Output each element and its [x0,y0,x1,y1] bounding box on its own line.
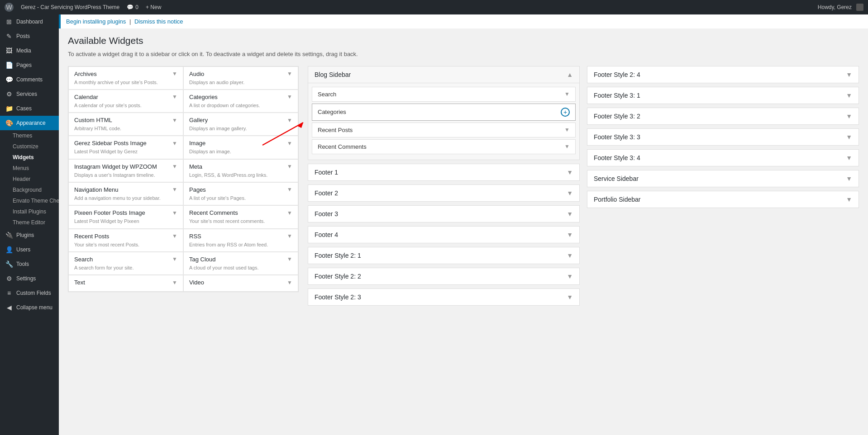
sidebar-item-tools[interactable]: 🔧 Tools [0,257,59,271]
widget-tag-cloud[interactable]: Tag Cloud ▼ A cloud of your most used ta… [183,252,298,275]
footer4-header[interactable]: Footer 4 ▼ [308,227,579,243]
notice-bar: Begin installing plugins | Dismiss this … [59,14,868,28]
submenu-theme-editor[interactable]: Theme Editor [0,217,59,228]
chevron-down-icon: ▼ [846,133,852,141]
new-content-button[interactable]: + New [146,4,161,10]
footer-style-3-2-header[interactable]: Footer Style 3: 2 ▼ [587,108,858,124]
widget-gerez-sidebar[interactable]: Gerez Sidebar Posts Image ▼ Latest Post … [68,136,183,159]
widget-rss[interactable]: RSS ▼ Entries from any RSS or Atom feed. [183,229,298,252]
blog-sidebar-column: Blog Sidebar ▲ Search ▼ Categor [308,66,580,306]
widget-search[interactable]: Search ▼ A search form for your site. [68,252,183,275]
plugins-icon: 🔌 [5,232,13,239]
chevron-down-icon: ▼ [846,113,852,120]
begin-installing-link[interactable]: Begin installing plugins [66,18,126,25]
blog-sidebar-widget-categories[interactable]: Categories + [312,104,576,121]
widget-pixeen-footer[interactable]: Pixeen Footer Posts Image ▼ Latest Post … [68,205,183,228]
categories-expand-button[interactable]: + [561,108,570,117]
widget-audio[interactable]: Audio ▼ Displays an audio player. [183,66,298,90]
submenu-header[interactable]: Header [0,174,59,184]
sidebar-item-label: Services [16,91,37,97]
settings-icon: ⚙ [5,275,13,282]
chevron-down-icon: ▼ [846,175,852,182]
footer3-header[interactable]: Footer 3 ▼ [308,206,579,222]
widget-meta[interactable]: Meta ▼ Login, RSS, & WordPress.org links… [183,159,298,182]
footer-style-2-4-header[interactable]: Footer Style 2: 4 ▼ [587,66,858,83]
sidebar-areas: Blog Sidebar ▲ Search ▼ Categor [308,66,859,306]
chevron-down-icon: ▼ [567,252,573,259]
comments-button[interactable]: 💬 0 [127,4,138,10]
widget-instagram[interactable]: Instagram Widget by WPZOOM ▼ Displays a … [68,159,183,182]
submenu-themes[interactable]: Themes [0,130,59,141]
sidebar-item-plugins[interactable]: 🔌 Plugins [0,228,59,242]
widget-categories[interactable]: Categories ▼ A list or dropdown of categ… [183,90,298,113]
footer3-area: Footer 3 ▼ [308,205,580,222]
chevron-down-icon: ▼ [172,140,177,147]
submenu-customize[interactable]: Customize [0,141,59,152]
sidebar-item-cases[interactable]: 📁 Cases [0,101,59,116]
widget-calendar[interactable]: Calendar ▼ A calendar of your site's pos… [68,90,183,113]
footer2-header[interactable]: Footer 2 ▼ [308,185,579,201]
service-sidebar-area: Service Sidebar ▼ [587,170,859,187]
submenu-menus[interactable]: Menus [0,163,59,174]
widget-custom-html[interactable]: Custom HTML ▼ Arbitrary HTML code. [68,113,183,136]
sidebar-item-services[interactable]: ⚙ Services [0,87,59,101]
widget-recent-comments[interactable]: Recent Comments ▼ Your site's most recen… [183,205,298,228]
footer1-header[interactable]: Footer 1 ▼ [308,164,579,180]
sidebar-item-users[interactable]: 👤 Users [0,242,59,257]
submenu-envato[interactable]: Envato Theme Check [0,195,59,206]
cases-icon: 📁 [5,105,13,112]
howdy-label: Howdy, Gerez [818,4,852,10]
site-name-label: Gerez - Car Servicing WordPress Theme [21,4,119,10]
sidebar-item-collapse[interactable]: ◀ Collapse menu [0,300,59,315]
submenu-widgets[interactable]: Widgets [0,152,59,163]
submenu-label: Background [13,187,42,193]
blog-sidebar-header[interactable]: Blog Sidebar ▲ [308,66,579,83]
submenu-label: Menus [13,165,29,171]
dashboard-icon: ⊞ [5,18,13,25]
footer-style-3-1-header[interactable]: Footer Style 3: 1 ▼ [587,87,858,104]
chevron-down-icon: ▼ [172,71,177,77]
widget-video[interactable]: Video ▼ [183,275,298,292]
footer-style-2-2-header[interactable]: Footer Style 2: 2 ▼ [308,268,579,284]
sidebar-item-comments[interactable]: 💬 Comments [0,72,59,87]
widget-text[interactable]: Text ▼ [68,275,183,292]
sidebar-item-label: Media [16,47,31,54]
wp-logo-button[interactable]: W [5,3,14,12]
widget-archives[interactable]: Archives ▼ A monthly archive of your sit… [68,66,183,90]
available-widgets-panel: Archives ▼ A monthly archive of your sit… [68,66,299,293]
site-name-button[interactable]: Gerez - Car Servicing WordPress Theme [21,4,119,10]
sidebar-item-posts[interactable]: ✎ Posts [0,29,59,43]
blog-sidebar-widget-recent-posts[interactable]: Recent Posts ▼ [312,123,576,137]
widget-navigation-menu[interactable]: Navigation Menu ▼ Add a navigation menu … [68,182,183,205]
sidebar-item-custom-fields[interactable]: ≡ Custom Fields [0,286,59,300]
footer-style-2-1-header[interactable]: Footer Style 2: 1 ▼ [308,247,579,264]
portfolio-sidebar-header[interactable]: Portfolio Sidebar ▼ [587,191,858,208]
submenu-background[interactable]: Background [0,184,59,195]
blog-sidebar-widget-search[interactable]: Search ▼ [312,87,576,102]
submenu-install-plugins[interactable]: Install Plugins [0,206,59,217]
blog-sidebar-widget-recent-comments[interactable]: Recent Comments ▼ [312,139,576,154]
widget-pages[interactable]: Pages ▼ A list of your site's Pages. [183,182,298,205]
blog-sidebar-content: Search ▼ Categories + Recent Posts [308,83,579,160]
chevron-down-icon: ▼ [172,256,177,262]
footer-style-2-3-header[interactable]: Footer Style 2: 3 ▼ [308,289,579,305]
service-sidebar-header[interactable]: Service Sidebar ▼ [587,170,858,187]
footer-style-3-3-header[interactable]: Footer Style 3: 3 ▼ [587,129,858,145]
sidebar-item-label: Dashboard [16,19,43,25]
footer-style-3-4-header[interactable]: Footer Style 3: 4 ▼ [587,150,858,166]
widget-recent-posts[interactable]: Recent Posts ▼ Your site's most recent P… [68,229,183,252]
sidebar-item-media[interactable]: 🖼 Media [0,43,59,58]
footer-style-3-1-area: Footer Style 3: 1 ▼ [587,87,859,104]
sidebar-item-settings[interactable]: ⚙ Settings [0,271,59,286]
sidebar-item-appearance[interactable]: 🎨 Appearance [0,116,59,130]
widget-gallery[interactable]: Gallery ▼ Displays an image gallery. [183,113,298,136]
sidebar-item-dashboard[interactable]: ⊞ Dashboard [0,14,59,29]
dismiss-notice-link[interactable]: Dismiss this notice [134,18,183,25]
footer-style-3-4-area: Footer Style 3: 4 ▼ [587,149,859,166]
submenu-label: Widgets [13,154,34,161]
chevron-down-icon: ▼ [846,92,852,99]
sidebar-item-label: Plugins [16,232,34,238]
sidebar-item-pages[interactable]: 📄 Pages [0,58,59,72]
widget-image[interactable]: Image ▼ Displays an image. [183,136,298,159]
widgets-grid: Archives ▼ A monthly archive of your sit… [68,66,299,293]
